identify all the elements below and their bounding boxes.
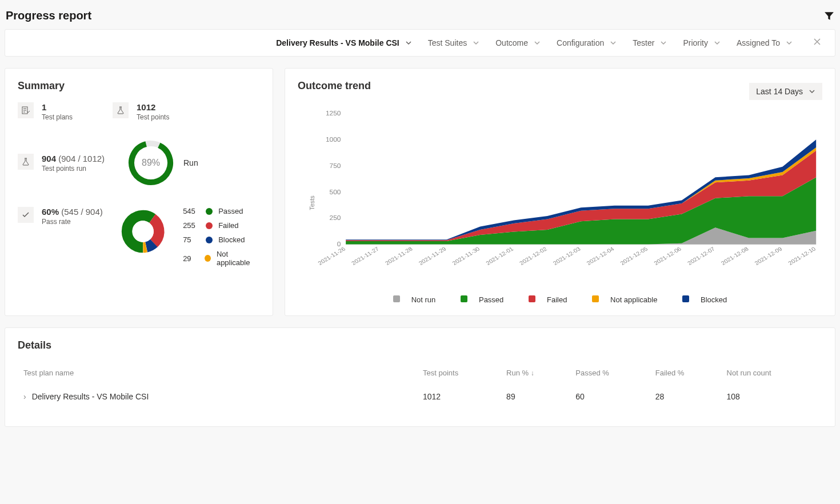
chevron-down-icon xyxy=(714,39,721,46)
chevron-down-icon xyxy=(534,39,541,46)
svg-text:2021-12-08: 2021-12-08 xyxy=(720,246,750,266)
summary-title: Summary xyxy=(18,80,260,92)
filter-label: Outcome xyxy=(495,38,528,47)
pass-donut-chart xyxy=(120,207,166,256)
passed-count: 545 xyxy=(183,207,200,215)
legend-passed: Passed xyxy=(479,295,503,304)
filter-plan-label: Delivery Results - VS Mobile CSI xyxy=(276,38,399,47)
sort-desc-icon: ↓ xyxy=(531,369,534,377)
chevron-right-icon[interactable]: › xyxy=(23,392,26,401)
trend-title: Outcome trend xyxy=(298,80,371,92)
svg-text:2021-11-30: 2021-11-30 xyxy=(451,246,481,266)
filter-label: Test Suites xyxy=(428,38,467,47)
range-label: Last 14 Days xyxy=(756,87,803,96)
filter-assigned-to[interactable]: Assigned To xyxy=(737,38,793,47)
y-axis-label: Tests xyxy=(309,195,315,210)
summary-card: Summary 1 Test plans 1012 Test points xyxy=(5,68,273,316)
filter-icon[interactable] xyxy=(824,11,834,21)
svg-text:500: 500 xyxy=(330,189,341,195)
test-plan-icon xyxy=(18,102,34,118)
pass-value: 60% xyxy=(42,207,59,217)
close-icon xyxy=(813,38,821,46)
svg-text:1000: 1000 xyxy=(326,137,341,143)
filter-bar: Delivery Results - VS Mobile CSI Test Su… xyxy=(5,29,835,57)
filter-plan[interactable]: Delivery Results - VS Mobile CSI xyxy=(276,38,412,47)
svg-text:2021-12-05: 2021-12-05 xyxy=(619,246,649,266)
table-row[interactable]: ›Delivery Results - VS Mobile CSI1012896… xyxy=(19,384,821,409)
passed-label: Passed xyxy=(218,207,243,215)
col-run[interactable]: Run % ↓ xyxy=(502,363,570,383)
failed-count: 255 xyxy=(183,221,200,230)
legend-na: Not applicable xyxy=(610,295,657,304)
beaker-icon xyxy=(113,102,129,118)
test-plans-label: Test plans xyxy=(42,113,73,121)
chevron-down-icon xyxy=(786,39,793,46)
run-donut-chart: 89% xyxy=(126,138,175,187)
svg-text:2021-12-01: 2021-12-01 xyxy=(485,246,514,266)
svg-text:2021-11-26: 2021-11-26 xyxy=(317,246,346,266)
legend-failed: Failed xyxy=(547,295,567,304)
svg-text:2021-12-09: 2021-12-09 xyxy=(754,246,783,266)
svg-text:2021-12-04: 2021-12-04 xyxy=(586,246,615,266)
filter-tester[interactable]: Tester xyxy=(633,38,667,47)
legend-notrun: Not run xyxy=(411,295,436,304)
svg-text:2021-12-02: 2021-12-02 xyxy=(518,246,548,266)
test-points-label: Test points xyxy=(137,113,169,121)
svg-text:750: 750 xyxy=(330,163,341,169)
swatch-blocked xyxy=(206,237,213,243)
svg-text:2021-11-27: 2021-11-27 xyxy=(350,246,380,266)
svg-text:2021-12-07: 2021-12-07 xyxy=(686,246,716,266)
legend-blocked: Blocked xyxy=(701,295,727,304)
na-count: 29 xyxy=(183,254,199,263)
run-value: 904 xyxy=(42,154,56,163)
filter-label: Priority xyxy=(683,38,708,47)
chevron-down-icon xyxy=(660,39,667,46)
svg-text:2021-12-06: 2021-12-06 xyxy=(653,246,682,266)
page-title: Progress report xyxy=(6,9,91,22)
pass-label: Pass rate xyxy=(42,218,103,226)
blocked-label: Blocked xyxy=(218,235,245,244)
outcome-trend-card: Outcome trend Last 14 Days Tests 0250500… xyxy=(285,68,835,316)
col-notrun[interactable]: Not run count xyxy=(722,363,821,383)
stat-run: 904 (904 / 1012) Test points run xyxy=(18,154,115,173)
blocked-count: 75 xyxy=(183,235,200,244)
col-failed[interactable]: Failed % xyxy=(651,363,721,383)
swatch-na xyxy=(592,295,599,302)
beaker-icon xyxy=(18,154,34,170)
filter-priority[interactable]: Priority xyxy=(683,38,721,47)
svg-text:2021-11-29: 2021-11-29 xyxy=(418,246,447,266)
run-fraction: (904 / 1012) xyxy=(58,154,105,163)
clear-filters-button[interactable] xyxy=(809,38,826,48)
col-passed[interactable]: Passed % xyxy=(571,363,649,383)
swatch-failed xyxy=(206,222,213,229)
filter-outcome[interactable]: Outcome xyxy=(495,38,541,47)
swatch-blocked xyxy=(682,295,689,302)
details-table: Test plan name Test points Run % ↓ Passe… xyxy=(18,362,822,410)
swatch-failed xyxy=(529,295,535,302)
svg-text:2021-11-28: 2021-11-28 xyxy=(384,246,414,266)
col-name[interactable]: Test plan name xyxy=(19,363,417,383)
range-button[interactable]: Last 14 Days xyxy=(749,83,822,100)
outcome-legend: 545Passed 255Failed 75Blocked 29Not appl… xyxy=(183,207,260,267)
filter-configuration[interactable]: Configuration xyxy=(557,38,617,47)
swatch-notrun xyxy=(393,295,400,302)
pass-fraction: (545 / 904) xyxy=(61,207,103,217)
svg-text:2021-12-03: 2021-12-03 xyxy=(552,246,582,266)
run-donut: 89% Run xyxy=(126,138,198,187)
run-donut-label: Run xyxy=(183,158,198,167)
swatch-passed xyxy=(461,295,467,302)
filter-test-suites[interactable]: Test Suites xyxy=(428,38,479,47)
na-label: Not applicable xyxy=(217,250,260,267)
test-points-count: 1012 xyxy=(137,102,169,112)
svg-text:1250: 1250 xyxy=(326,110,341,117)
details-card: Details Test plan name Test points Run %… xyxy=(5,327,835,427)
failed-label: Failed xyxy=(218,221,238,230)
svg-text:250: 250 xyxy=(330,215,341,221)
trend-chart: Tests 0250500750100012502021-11-262021-1… xyxy=(315,108,822,291)
details-title: Details xyxy=(18,339,822,351)
chevron-down-icon xyxy=(809,88,815,95)
test-plans-count: 1 xyxy=(42,102,73,112)
run-label: Test points run xyxy=(42,165,105,173)
col-points[interactable]: Test points xyxy=(418,363,501,383)
svg-text:2021-12-10: 2021-12-10 xyxy=(787,246,817,266)
